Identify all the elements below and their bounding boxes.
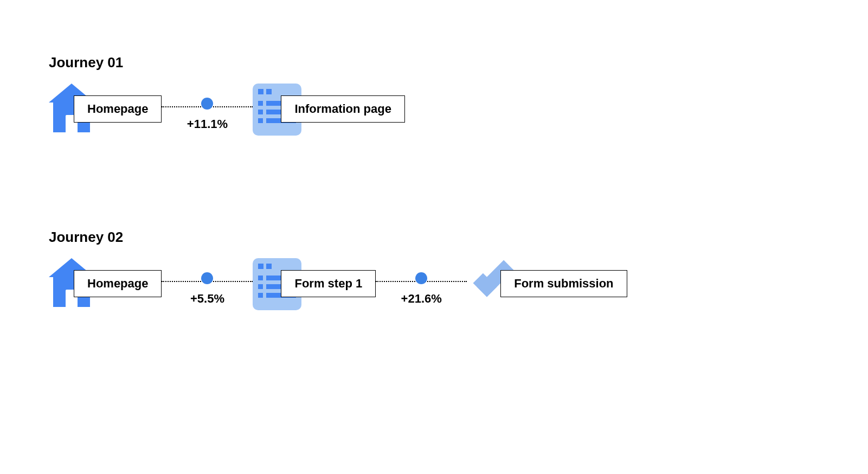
connector-dot-icon xyxy=(415,272,427,284)
step-label: Form submission xyxy=(500,270,627,297)
connector-dot-icon xyxy=(201,272,213,284)
step-label: Form step 1 xyxy=(281,270,376,297)
journey-step-homepage: Homepage xyxy=(49,270,162,319)
connector-value: +11.1% xyxy=(187,117,228,131)
step-label: Homepage xyxy=(74,270,162,297)
connector-value: +21.6% xyxy=(401,292,442,306)
journey-title: Journey 01 xyxy=(49,54,819,71)
journey-step-information-page: Information page xyxy=(253,95,404,148)
journey-section-1: Journey 01 Homepage +11.1% xyxy=(49,54,819,148)
connector-dot-icon xyxy=(201,98,213,110)
journey-connector: +11.1% xyxy=(162,95,253,131)
journey-step-homepage: Homepage xyxy=(49,95,162,144)
step-label: Information page xyxy=(281,95,404,123)
journey-flow: Homepage +5.5% xyxy=(49,270,819,322)
connector-value: +5.5% xyxy=(190,292,224,306)
journey-flow: Homepage +11.1% xyxy=(49,95,819,148)
journey-title: Journey 02 xyxy=(49,229,819,246)
journey-connector: +5.5% xyxy=(162,270,253,306)
journey-section-2: Journey 02 Homepage +5.5% xyxy=(49,229,819,322)
journey-step-form-step-1: Form step 1 xyxy=(253,270,376,322)
journey-step-form-submission: Form submission xyxy=(467,270,627,319)
step-label: Homepage xyxy=(74,95,162,123)
journey-connector: +21.6% xyxy=(376,270,467,306)
